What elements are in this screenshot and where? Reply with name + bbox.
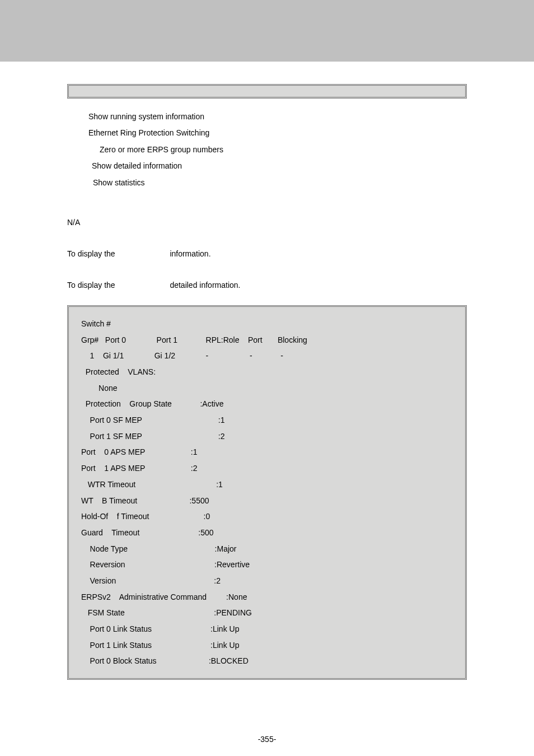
code-line: 1 Gi 1/1 Gi 1/2 - - - <box>81 348 453 364</box>
code-line: Port 1 APS MEP :2 <box>81 460 453 477</box>
top-banner <box>0 0 534 62</box>
code-line: Guard Timeout :500 <box>81 525 453 541</box>
list-item: Ethernet Ring Protection Switching <box>88 125 467 141</box>
code-line: Reversion :Revertive <box>81 557 453 573</box>
page-number: -355- <box>0 735 534 744</box>
code-line: None <box>81 380 453 396</box>
code-line: Port 0 SF MEP :1 <box>81 412 453 428</box>
code-line: WTR Timeout :1 <box>81 477 453 493</box>
list-item: Show detailed information <box>92 158 467 174</box>
code-line: Protection Group State :Active <box>81 396 453 412</box>
desc-text: detailed information. <box>168 281 241 290</box>
code-line: Node Type :Major <box>81 541 453 557</box>
list-item: Show running system information <box>88 109 467 125</box>
terminal-output: Switch # Grp# Port 0 Port 1 RPL:Role Por… <box>67 305 467 680</box>
code-line: ERPSv2 Administrative Command :None <box>81 589 453 605</box>
code-line: Port 1 SF MEP :2 <box>81 428 453 445</box>
code-line: Hold-Of f Timeout :0 <box>81 508 453 525</box>
desc-text: information. <box>168 249 211 258</box>
code-line: Port 0 APS MEP :1 <box>81 444 453 460</box>
code-line: Port 1 Link Status :Link Up <box>81 637 453 654</box>
code-line: Switch # <box>81 316 453 332</box>
desc-text: To display the <box>67 281 118 290</box>
code-line: Protected VLANS: <box>81 364 453 380</box>
list-item: Zero or more ERPS group numbers <box>100 142 467 158</box>
na-text: N/A <box>67 218 467 227</box>
code-line: Port 0 Link Status :Link Up <box>81 621 453 637</box>
code-line: FSM State :PENDING <box>81 605 453 621</box>
code-line: Grp# Port 0 Port 1 RPL:Role Port Blockin… <box>81 332 453 348</box>
panel-divider <box>67 84 467 99</box>
code-line: Version :2 <box>81 573 453 589</box>
page-content: Show running system information Ethernet… <box>0 62 534 680</box>
code-line: WT B Timeout :5500 <box>81 493 453 509</box>
code-line: Port 0 Block Status :BLOCKED <box>81 653 453 669</box>
desc-text: To display the <box>67 249 118 258</box>
description-list: Show running system information Ethernet… <box>88 109 467 191</box>
description-line-1: To display the information. <box>67 249 467 258</box>
description-line-2: To display the detailed information. <box>67 281 467 290</box>
list-item: Show statistics <box>93 175 467 191</box>
